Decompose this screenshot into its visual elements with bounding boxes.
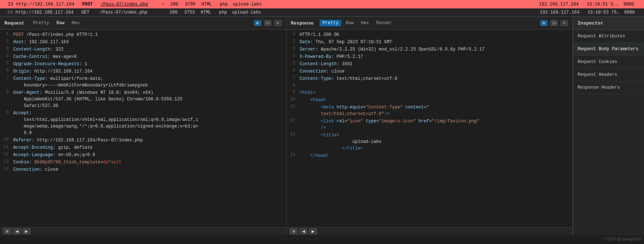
code-line: 12 <link rel="icon" type="image/x-icon" … [287, 118, 573, 132]
response-code: 1 HTTP/1.1 200 OK 2 Date: Thu, 07 Sep 20… [287, 30, 573, 227]
row-method: GET [80, 10, 98, 15]
code-line: 10 Referer: http://192.168.117.164/Pass-… [0, 137, 286, 144]
tab-raw[interactable]: Raw [343, 20, 357, 26]
code-line: 7 Content-Type: text/html;charset=utf-8 [287, 75, 573, 82]
row-size: 3753 [183, 10, 199, 15]
row-status: 200 [169, 2, 183, 7]
code-line: 8 User-Agent: Mozilla/5.0 (Windows NT 10… [0, 89, 286, 110]
row-ext: php [218, 2, 231, 7]
inspector-item-request-headers[interactable]: Request Headers [573, 69, 644, 81]
code-line: 12 Accept-Language: en-US,en;q=0.9 [0, 151, 286, 159]
code-line: 2 Date: Thu, 07 Sep 2023 07:10:51 GMT [287, 38, 573, 46]
row-ip: 192.168.117.164 [538, 2, 585, 7]
row-type: HTML [199, 10, 218, 15]
code-line: 13 Cookie: BkGOp95780_think_template=def… [0, 159, 286, 166]
tab-pretty[interactable]: Pretty [30, 20, 52, 26]
http-history-table: 23 http://192.168.117.164 POST /Pass-07/… [0, 0, 644, 17]
response-title: Response [291, 21, 314, 26]
tab-render[interactable]: Render [373, 20, 395, 26]
response-panel: Response Pretty Raw Hex Render ⊞ ln ≡ 1 … [287, 17, 573, 235]
code-line: 14 </head> [287, 152, 573, 159]
row-host: upload-labs [231, 2, 268, 7]
row-num: 23 [4, 2, 15, 7]
code-line: 7 Content-Type: multipart/form-data; bou… [0, 75, 286, 89]
format-icon[interactable]: ⊞ [540, 20, 547, 26]
code-line: 9 Accept: text/html,application/xhtml+xm… [0, 110, 286, 137]
code-line: 1 POST /Pass-07/index.php HTTP/1.1 [0, 31, 286, 38]
code-line: 5 Upgrade-Insecure-Requests: 1 [0, 60, 286, 68]
row-url: http://192.168.117.164 [14, 10, 80, 15]
code-line: 2 Host: 192.168.117.164 [0, 38, 286, 46]
row-status: 200 [168, 10, 183, 15]
main-area: Request Pretty Raw Hex ⊞ ln ≡ 1 POST /Pa… [0, 17, 644, 235]
row-time: 15:10:53 7S... [586, 10, 623, 15]
tab-hex[interactable]: Hex [69, 20, 83, 26]
row-type: HTML [200, 2, 218, 7]
menu-icon[interactable]: ≡ [561, 20, 568, 26]
code-line: 13 <title> upload-labs </title> [287, 132, 573, 152]
inspector-panel: Inspector Request Attributes Request Bod… [573, 17, 644, 235]
row-path: /Pass-07/index.php [98, 10, 157, 15]
inspector-title: Inspector [573, 17, 644, 30]
code-line: 4 Cache-Control: max-age=0 [0, 53, 286, 60]
code-line: 1 HTTP/1.1 200 OK [287, 31, 573, 38]
code-line: 6 Origin: http://192.168.117.164 [0, 68, 286, 75]
row-time: 15:10:51 S... [585, 2, 622, 7]
row-num: 24 [3, 10, 14, 15]
code-line: 10 <head> [287, 96, 573, 104]
row-port: 8080 [623, 10, 641, 15]
row-size: 3795 [183, 2, 200, 7]
bottom-nav-prev[interactable]: ◀ [299, 228, 308, 234]
request-tab-icons: ⊞ ln ≡ [254, 20, 282, 26]
bottom-icon1[interactable]: ⊕ [290, 228, 298, 234]
tab-raw[interactable]: Raw [54, 20, 68, 26]
bottom-icon1[interactable]: ⊕ [3, 228, 11, 234]
inspector-item-request-body[interactable]: Request Body Parameters [573, 43, 644, 56]
code-line: 9 <html> [287, 89, 573, 96]
bottom-nav-next[interactable]: ▶ [22, 228, 30, 234]
inspector-item-response-headers[interactable]: Response Headers [573, 81, 644, 94]
row-host: upload-labs [230, 10, 267, 15]
code-line: 14 Connection: close [0, 166, 286, 173]
ln-icon[interactable]: ln [550, 20, 558, 26]
code-line: 11 <meta http-equiv="Content-Type" conte… [287, 104, 573, 118]
row-ip: 192.168.117.164 [538, 10, 586, 15]
code-line: 4 X-Powered-By: PHP/5.2.17 [287, 53, 573, 60]
code-line: 6 Connection: close [287, 68, 573, 75]
request-bottom-bar: ⊕ ◀ ▶ [0, 227, 286, 235]
row-port: 8080 [622, 2, 640, 7]
code-line: 3 Content-Length: 322 [0, 46, 286, 53]
response-bottom-bar: ⊕ ◀ ▶ [287, 227, 573, 235]
request-title: Request [4, 21, 25, 26]
format-icon[interactable]: ⊞ [254, 20, 261, 26]
bottom-nav-prev[interactable]: ◀ [13, 228, 21, 234]
row-path: /Pass-07/index.php [99, 2, 158, 7]
tab-hex[interactable]: Hex [358, 20, 372, 26]
menu-icon[interactable]: ≡ [274, 20, 282, 26]
request-tabs: Pretty Raw Hex [30, 20, 83, 26]
table-row[interactable]: 23 http://192.168.117.164 POST /Pass-07/… [0, 0, 644, 8]
row-ext: php [218, 10, 230, 15]
code-line: 5 Content-Length: 3561 [287, 60, 573, 68]
bottom-nav-next[interactable]: ▶ [309, 228, 317, 234]
code-line: 3 Server: Apache/2.2.25 (Win32) mod_ssl/… [287, 46, 573, 53]
request-header: Request Pretty Raw Hex ⊞ ln ≡ [0, 17, 286, 30]
code-line: 8 [287, 82, 573, 89]
response-tab-icons: ⊞ ln ≡ [540, 20, 568, 26]
row-method: POST [81, 2, 99, 7]
response-tabs: Pretty Raw Hex Render [320, 20, 395, 26]
inspector-item-request-cookies[interactable]: Request Cookies [573, 56, 644, 69]
request-panel: Request Pretty Raw Hex ⊞ ln ≡ 1 POST /Pa… [0, 17, 287, 235]
row-tick: ✓ [158, 1, 169, 7]
table-row[interactable]: 24 http://192.168.117.164 GET /Pass-07/i… [0, 8, 644, 16]
code-line: 11 Accept-Encoding: gzip, deflate [0, 144, 286, 151]
row-url: http://192.168.117.164 [15, 2, 81, 7]
response-header: Response Pretty Raw Hex Render ⊞ ln ≡ [287, 17, 573, 30]
inspector-item-request-attributes[interactable]: Request Attributes [573, 30, 644, 43]
request-code: 1 POST /Pass-07/index.php HTTP/1.1 2 Hos… [0, 30, 286, 227]
tab-pretty[interactable]: Pretty [320, 20, 341, 26]
ln-icon[interactable]: ln [264, 20, 272, 26]
